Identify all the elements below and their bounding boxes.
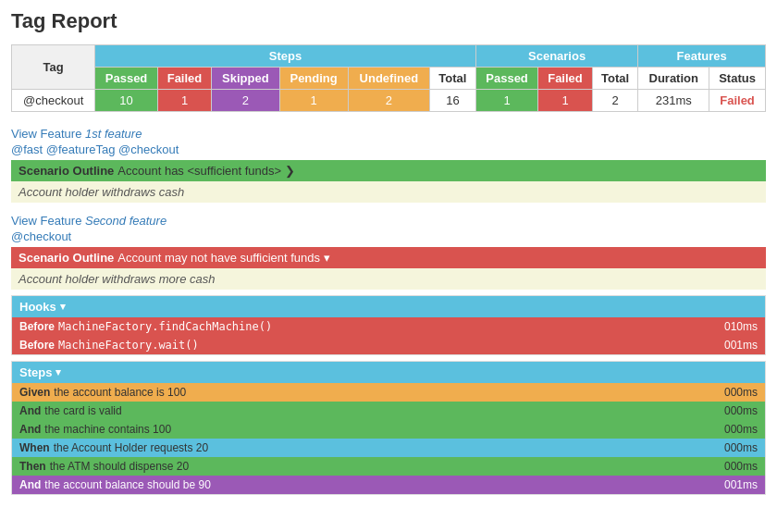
steps-section-1: Steps ▾Giventhe account balance is 10000…: [11, 361, 766, 495]
feature-name-0: 1st feature: [85, 127, 142, 141]
scenario-outline-text-1: Account may not have sufficient funds: [117, 251, 320, 265]
step-row-1-3: Whenthe Account Holder requests 20000ms: [12, 439, 765, 457]
scenario-outline-bar-0[interactable]: Scenario OutlineAccount has <sufficient …: [11, 160, 766, 181]
hook-row-1-0: BeforeMachineFactory.findCachMachine()01…: [12, 317, 765, 336]
col-pending-header: Pending: [279, 68, 348, 90]
step-duration-1-1: 000ms: [724, 404, 758, 417]
col-failed-header: Failed: [157, 68, 211, 90]
tag-link-1-0[interactable]: @checkout: [11, 229, 71, 243]
steps-skipped-cell: 2: [212, 90, 279, 112]
scenario-outline-keyword-0: Scenario Outline: [18, 164, 114, 178]
hook-method-1-0: MachineFactory.findCachMachine(): [58, 320, 272, 333]
tag-link-0-0[interactable]: @fast: [11, 142, 43, 156]
col-sc-passed-header: Passed: [475, 68, 538, 90]
col-status-header: Status: [709, 68, 766, 90]
step-text-1-0: the account balance is 100: [54, 386, 186, 399]
hooks-chevron-1: ▾: [60, 301, 66, 313]
status-cell: Failed: [709, 90, 766, 112]
report-table: Tag Steps Scenarios Features Passed Fail…: [11, 44, 766, 112]
sc-passed-cell: 1: [475, 90, 538, 112]
step-duration-1-2: 000ms: [724, 423, 758, 436]
scenario-outline-keyword-1: Scenario Outline: [18, 251, 114, 265]
scenario-subtitle-1: Account holder withdraws more cash: [11, 268, 766, 290]
duration-cell: 231ms: [638, 90, 709, 112]
hooks-label-1: Hooks: [19, 300, 56, 314]
feature-section-1: View Feature Second feature@checkoutScen…: [11, 214, 766, 495]
step-keyword-1-2: And: [19, 423, 41, 436]
scenario-outline-text-0: Account has <sufficient funds>: [117, 164, 281, 178]
feature-tags-0: @fast @featureTag @checkout: [11, 142, 766, 156]
step-duration-1-0: 000ms: [724, 386, 758, 399]
steps-label-1: Steps: [19, 365, 52, 379]
tag-link-0-2[interactable]: @checkout: [118, 142, 179, 156]
table-row: @checkout 10 1 2 1 2 16 1 1 2 231ms Fail…: [12, 90, 766, 112]
col-undefined-header: Undefined: [348, 68, 429, 90]
step-text-1-1: the card is valid: [44, 404, 121, 417]
feature-view-line-0: View Feature 1st feature: [11, 127, 766, 141]
hook-method-1-1: MachineFactory.wait(): [58, 339, 199, 352]
steps-failed-cell: 1: [157, 90, 211, 112]
col-tag-header: Tag: [12, 45, 95, 90]
scenario-outline-bar-1[interactable]: Scenario OutlineAccount may not have suf…: [11, 247, 766, 268]
view-feature-link-0[interactable]: View Feature 1st feature: [11, 127, 142, 141]
step-text-1-3: the Account Holder requests 20: [54, 441, 208, 454]
step-row-1-4: Thenthe ATM should dispense 20000ms: [12, 457, 765, 476]
step-row-1-5: Andthe account balance should be 90001ms: [12, 476, 765, 494]
steps-header-1[interactable]: Steps ▾: [12, 362, 765, 383]
sc-total-cell: 2: [592, 90, 638, 112]
col-sc-failed-header: Failed: [538, 68, 592, 90]
sc-failed-cell: 1: [538, 90, 592, 112]
step-text-1-5: the account balance should be 90: [44, 478, 210, 491]
steps-undefined-cell: 2: [348, 90, 429, 112]
step-row-1-1: Andthe card is valid000ms: [12, 402, 765, 420]
feature-tags-1: @checkout: [11, 229, 766, 243]
tag-link-0-1[interactable]: @featureTag: [46, 142, 116, 156]
step-duration-1-5: 001ms: [724, 478, 758, 491]
step-keyword-1-3: When: [19, 441, 50, 454]
hook-duration-1-1: 001ms: [724, 339, 758, 352]
hook-keyword-1-0: Before: [19, 320, 55, 333]
step-row-1-2: Andthe machine contains 100000ms: [12, 420, 765, 439]
step-row-1-0: Giventhe account balance is 100000ms: [12, 383, 765, 402]
steps-total-cell: 16: [430, 90, 476, 112]
features-container: View Feature 1st feature@fast @featureTa…: [11, 127, 766, 495]
step-duration-1-3: 000ms: [724, 441, 758, 454]
scenario-outline-chevron-1: ▾: [324, 251, 330, 265]
col-skipped-header: Skipped: [212, 68, 279, 90]
view-feature-link-1[interactable]: View Feature Second feature: [11, 214, 166, 228]
step-duration-1-4: 000ms: [724, 460, 758, 473]
page-title: Tag Report: [11, 9, 766, 33]
col-steps-group-header: Steps: [95, 45, 476, 68]
hooks-section-1: Hooks ▾BeforeMachineFactory.findCachMach…: [11, 295, 766, 355]
col-sc-total-header: Total: [592, 68, 638, 90]
col-total-header: Total: [430, 68, 476, 90]
feature-name-1: Second feature: [85, 214, 166, 228]
tag-cell: @checkout: [12, 90, 95, 112]
steps-passed-cell: 10: [95, 90, 158, 112]
hook-keyword-1-1: Before: [19, 339, 55, 352]
scenario-outline-chevron-0: ❯: [285, 164, 295, 178]
step-text-1-2: the machine contains 100: [44, 423, 171, 436]
hook-duration-1-0: 010ms: [724, 320, 758, 333]
step-text-1-4: the ATM should dispense 20: [50, 460, 190, 473]
col-duration-header: Duration: [638, 68, 709, 90]
col-features-group-header: Features: [638, 45, 766, 68]
step-keyword-1-0: Given: [19, 386, 50, 399]
step-keyword-1-4: Then: [19, 460, 46, 473]
hooks-header-1[interactable]: Hooks ▾: [12, 296, 765, 317]
scenario-subtitle-0: Account holder withdraws cash: [11, 181, 766, 203]
feature-section-0: View Feature 1st feature@fast @featureTa…: [11, 127, 766, 203]
col-scenarios-group-header: Scenarios: [475, 45, 638, 68]
feature-view-line-1: View Feature Second feature: [11, 214, 766, 228]
hook-row-1-1: BeforeMachineFactory.wait()001ms: [12, 336, 765, 354]
steps-pending-cell: 1: [279, 90, 348, 112]
step-keyword-1-1: And: [19, 404, 41, 417]
steps-chevron-1: ▾: [56, 366, 61, 378]
step-keyword-1-5: And: [19, 478, 41, 491]
col-passed-header: Passed: [95, 68, 158, 90]
